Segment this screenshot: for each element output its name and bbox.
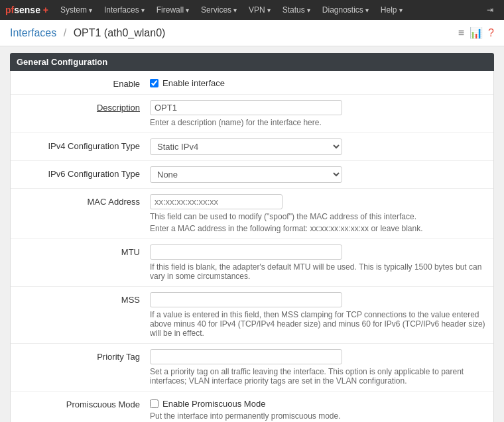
- breadcrumb-separator: /: [64, 27, 66, 38]
- description-input[interactable]: [150, 100, 342, 115]
- priority-tag-row: Priority Tag Set a priority tag on all t…: [11, 344, 493, 392]
- logout-icon: ⇥: [487, 5, 493, 15]
- general-config-table: Enable Enable interface Description Ente…: [10, 71, 494, 422]
- description-field: Enter a description (name) for the inter…: [150, 100, 487, 127]
- nav-help[interactable]: Help ▾: [375, 0, 408, 20]
- mss-help: If a value is entered in this field, the…: [150, 310, 487, 338]
- mac-address-row: MAC Address This field can be used to mo…: [11, 189, 493, 239]
- chevron-down-icon: ▾: [141, 7, 145, 14]
- nav-system[interactable]: System ▾: [55, 0, 97, 20]
- promiscuous-help: Put the interface into permanently promi…: [150, 411, 487, 421]
- promiscuous-field: Enable Promiscuous Mode Put the interfac…: [150, 397, 487, 421]
- mtu-help: If this field is blank, the adapter's de…: [150, 262, 487, 281]
- mss-input[interactable]: [150, 292, 342, 307]
- help-icon[interactable]: ?: [488, 27, 494, 39]
- chevron-down-icon: ▾: [399, 7, 403, 14]
- priority-tag-field: Set a priority tag on all traffic leavin…: [150, 349, 487, 386]
- chevron-down-icon: ▾: [233, 7, 237, 14]
- mac-input[interactable]: [150, 194, 283, 209]
- mac-label: MAC Address: [17, 194, 150, 207]
- promiscuous-checkbox-label: Enable Promiscuous Mode: [162, 399, 265, 409]
- header-icons: ≡ 📊 ?: [458, 26, 494, 39]
- page-header: Interfaces / OPT1 (ath0_wlan0) ≡ 📊 ?: [0, 20, 504, 46]
- nav-logout[interactable]: ⇥: [481, 0, 499, 20]
- chevron-down-icon: ▾: [267, 7, 271, 14]
- ipv4-config-field: Static IPv4DHCPPPPoENone: [150, 138, 487, 155]
- mtu-label: MTU: [17, 244, 150, 257]
- mtu-input[interactable]: [150, 244, 342, 260]
- description-help: Enter a description (name) for the inter…: [150, 118, 487, 127]
- priority-tag-help: Set a priority tag on all traffic leavin…: [150, 367, 487, 386]
- mtu-row: MTU If this field is blank, the adapter'…: [11, 239, 493, 287]
- chevron-down-icon: ▾: [365, 7, 369, 14]
- list-icon[interactable]: ≡: [458, 27, 464, 39]
- breadcrumb: Interfaces / OPT1 (ath0_wlan0): [10, 27, 165, 39]
- ipv6-config-row: IPv6 Configuration Type NoneStatic IPv6D…: [11, 161, 493, 189]
- description-row: Description Enter a description (name) f…: [11, 95, 493, 133]
- nav-firewall[interactable]: Firewall ▾: [151, 0, 194, 20]
- enable-label: Enable: [17, 76, 150, 89]
- description-label: Description: [17, 100, 150, 113]
- enable-field: Enable interface: [150, 76, 487, 88]
- priority-tag-label: Priority Tag: [17, 349, 150, 362]
- navbar: pfsense + System ▾ Interfaces ▾ Firewall…: [0, 0, 504, 20]
- nav-diagnostics[interactable]: Diagnostics ▾: [317, 0, 374, 20]
- ipv6-config-label: IPv6 Configuration Type: [17, 166, 150, 179]
- chart-icon[interactable]: 📊: [470, 26, 483, 39]
- enable-checkbox[interactable]: [150, 79, 158, 87]
- promiscuous-label: Promiscuous Mode: [17, 397, 150, 409]
- enable-checkbox-label: Enable interface: [162, 78, 225, 88]
- nav-status[interactable]: Status ▾: [277, 0, 316, 20]
- promiscuous-row: Promiscuous Mode Enable Promiscuous Mode…: [11, 392, 493, 422]
- chevron-down-icon: ▾: [186, 7, 189, 14]
- mac-help1: This field can be used to modify ("spoof…: [150, 212, 487, 221]
- promiscuous-checkbox[interactable]: [150, 399, 158, 408]
- ipv4-config-row: IPv4 Configuration Type Static IPv4DHCPP…: [11, 133, 493, 161]
- mac-help2: Enter a MAC address in the following for…: [150, 224, 487, 233]
- nav-services[interactable]: Services ▾: [196, 0, 242, 20]
- ipv4-config-select[interactable]: Static IPv4DHCPPPPoENone: [150, 138, 342, 155]
- mtu-field: If this field is blank, the adapter's de…: [150, 244, 487, 281]
- ipv6-config-field: NoneStatic IPv6DHCPv6SLAAC: [150, 166, 487, 183]
- breadcrumb-current: OPT1 (ath0_wlan0): [74, 27, 166, 38]
- priority-tag-input[interactable]: [150, 349, 342, 364]
- chevron-down-icon: ▾: [89, 7, 92, 14]
- nav-interfaces[interactable]: Interfaces ▾: [99, 0, 150, 20]
- ipv4-config-label: IPv4 Configuration Type: [17, 138, 150, 151]
- enable-row: Enable Enable interface: [11, 71, 493, 95]
- brand-logo[interactable]: pfsense +: [5, 5, 48, 15]
- nav-vpn[interactable]: VPN ▾: [243, 0, 276, 20]
- mac-field: This field can be used to modify ("spoof…: [150, 194, 487, 233]
- breadcrumb-parent[interactable]: Interfaces: [10, 27, 56, 38]
- general-config-header: General Configuration: [10, 53, 494, 71]
- main-content: General Configuration Enable Enable inte…: [0, 46, 504, 422]
- navbar-right: ⇥: [481, 0, 499, 20]
- mss-row: MSS If a value is entered in this field,…: [11, 287, 493, 344]
- mss-field: If a value is entered in this field, the…: [150, 292, 487, 338]
- brand-text: pfsense +: [5, 5, 48, 15]
- chevron-down-icon: ▾: [307, 7, 310, 14]
- ipv6-config-select[interactable]: NoneStatic IPv6DHCPv6SLAAC: [150, 166, 342, 183]
- mss-label: MSS: [17, 292, 150, 305]
